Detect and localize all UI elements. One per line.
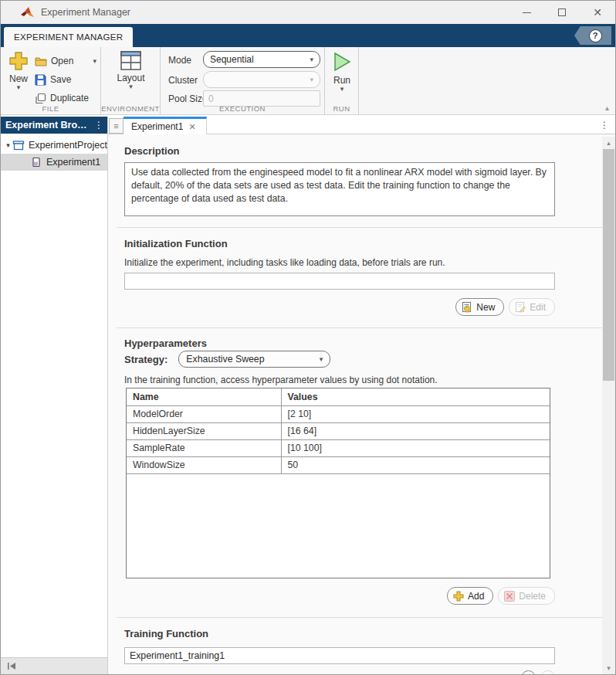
tree-item-label: ExperimentProject [29,140,107,151]
column-header-name[interactable]: Name [127,388,281,405]
experiment-browser-header: Experiment Bro… ⋮ [1,117,107,134]
tab-experiment1[interactable]: Experiment1 ✕ [124,117,207,134]
param-values[interactable]: [10 100] [281,439,550,456]
initialization-edit-label: Edit [530,302,546,313]
table-row[interactable]: HiddenLayerSize [16 64] [127,422,550,439]
description-heading: Description [124,145,571,157]
training-function-input[interactable]: Experiment1_training1 [124,647,555,664]
execution-section-label: EXECUTION [161,104,324,113]
environment-section-label: ENVIRONMENT [101,104,160,113]
new-button-label: New [9,73,28,84]
workspace: Experiment Bro… ⋮ ▾ ExperimentProject [1,117,615,674]
param-name[interactable]: ModelOrder [127,405,281,422]
toolstrip-section-run: Run ▾ RUN [325,47,359,114]
panel-collapse-bar[interactable] [1,657,107,674]
add-parameter-button[interactable]: Add [447,587,493,605]
open-button[interactable]: Open ▾ [35,52,101,70]
maximize-button[interactable] [544,1,580,24]
layout-caret-icon: ▾ [129,83,133,90]
table-header-row: Name Values [127,388,550,405]
help-button[interactable]: ? [574,26,611,45]
scroll-down-icon[interactable]: ▾ [602,662,615,673]
minimize-button[interactable] [509,1,544,24]
toolstrip-section-environment: Layout ▾ ENVIRONMENT [101,47,161,114]
column-header-values[interactable]: Values [281,388,550,405]
help-icon: ? [589,29,602,42]
initialization-function-input[interactable] [124,273,555,290]
collapse-left-icon [7,662,16,670]
open-caret-icon: ▾ [93,58,96,64]
run-caret-icon: ▾ [340,86,344,92]
param-name[interactable]: SampleRate [127,439,281,456]
title-bar: Experiment Manager ✕ [1,1,615,24]
experiment-browser-title: Experiment Bro… [5,120,87,131]
duplicate-icon [35,93,46,104]
mode-value: Sequential [210,54,254,65]
clipped-button[interactable] [540,670,555,674]
layout-button[interactable]: Layout ▾ [101,51,161,90]
initialization-new-button[interactable]: New [455,298,504,316]
run-button[interactable]: Run ▾ [325,51,359,92]
new-button[interactable]: New ▾ [5,51,32,90]
toolstrip-collapse-button[interactable]: ▴ [605,103,609,112]
scrollbar-thumb[interactable] [603,149,614,381]
document-bar-menu-button[interactable]: ≡ [109,118,124,134]
initialization-edit-button[interactable]: Edit [509,298,555,316]
cluster-dropdown[interactable]: ▾ [203,71,320,88]
description-textarea[interactable]: Use data collected from the enginespeed … [124,162,555,216]
delete-parameter-button[interactable]: Delete [498,587,555,605]
param-values[interactable]: [16 64] [281,422,550,439]
pool-size-label: Pool Size [168,93,208,104]
table-row[interactable]: SampleRate [10 100] [127,439,550,456]
project-icon [12,139,25,151]
document-actions-icon[interactable]: ⋮ [600,120,609,131]
app-window: Experiment Manager ✕ EXPERIMENT MANAGER … [0,0,616,675]
layout-button-label: Layout [117,73,144,83]
edit-function-icon [514,301,526,314]
scroll-up-icon[interactable]: ▴ [602,137,615,148]
table-row[interactable]: WindowSize 50 [127,456,550,473]
cluster-label: Cluster [168,75,198,86]
add-icon [452,590,465,602]
run-section-label: RUN [325,104,358,113]
window-title: Experiment Manager [41,7,130,18]
initialization-hint: Initialize the experiment, including tas… [124,257,571,268]
new-caret-icon: ▾ [17,84,21,90]
experiment-form: Description Use data collected from the … [108,134,615,674]
toolstrip-section-file: New ▾ Open ▾ [1,47,101,114]
new-function-icon [461,301,473,314]
vertical-scrollbar[interactable]: ▴ ▾ [602,137,615,674]
close-icon: ✕ [593,7,602,18]
param-name[interactable]: HiddenLayerSize [127,422,281,439]
ribbon-tab-strip: EXPERIMENT MANAGER ? [1,24,615,47]
param-name[interactable]: WindowSize [127,456,281,473]
close-button[interactable]: ✕ [580,1,615,24]
training-heading: Training Function [124,628,571,639]
strategy-caret-icon: ▾ [320,356,323,362]
clipped-button[interactable] [521,670,536,674]
hyperparameters-heading: Hyperparameters [124,338,571,349]
pool-size-value: 0 [208,93,214,104]
tab-close-icon[interactable]: ✕ [188,122,195,132]
save-button[interactable]: Save [35,70,101,89]
table-row[interactable]: ModelOrder [2 10] [127,405,550,422]
tree-item-project[interactable]: ▾ ExperimentProject [1,137,107,154]
run-play-icon [332,51,352,73]
mode-caret-icon: ▾ [310,56,313,63]
matlab-logo-icon [21,6,35,19]
section-divider [117,617,604,618]
toolstrip: New ▾ Open ▾ [1,47,615,115]
tree-item-experiment1[interactable]: Experiment1 [1,154,107,171]
hyperparameters-table[interactable]: Name Values ModelOrder [2 10] [126,388,550,578]
panel-menu-icon[interactable]: ⋮ [94,120,103,131]
maximize-icon [558,8,566,16]
strategy-dropdown[interactable]: Exhaustive Sweep ▾ [178,351,330,368]
toolstrip-section-execution: Mode Sequential ▾ Cluster ▾ Pool Size 0 [161,47,325,114]
tab-experiment-manager[interactable]: EXPERIMENT MANAGER [4,27,133,47]
open-folder-icon [35,56,47,66]
expand-caret-icon[interactable]: ▾ [4,141,12,149]
param-values[interactable]: [2 10] [281,405,550,422]
mode-dropdown[interactable]: Sequential ▾ [203,51,320,68]
save-button-label: Save [50,74,71,85]
param-values[interactable]: 50 [281,456,550,473]
